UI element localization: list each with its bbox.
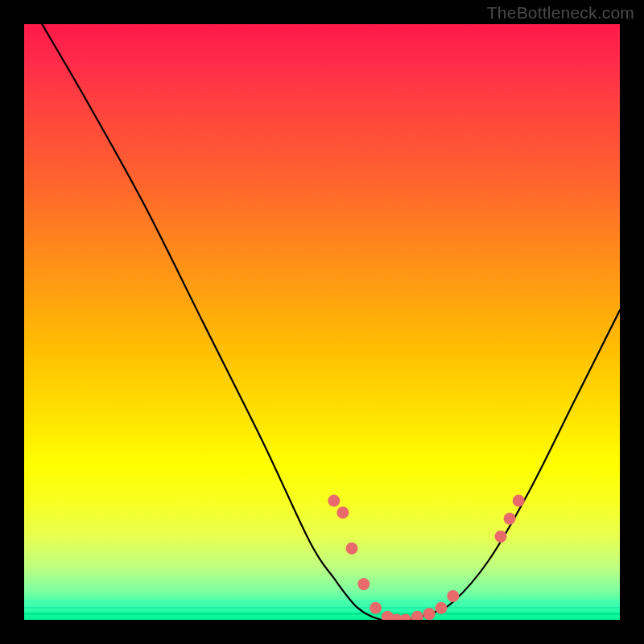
highlight-dot (513, 495, 525, 507)
curve-svg (24, 24, 620, 620)
watermark-text: TheBottleneck.com (487, 3, 634, 23)
bottleneck-curve (42, 24, 620, 620)
highlight-dot (399, 614, 411, 621)
highlight-dot (346, 543, 358, 555)
highlight-dot (328, 495, 340, 507)
chart-frame: TheBottleneck.com (0, 0, 644, 644)
highlight-dot (423, 608, 436, 620)
highlight-dot (436, 602, 448, 614)
highlight-dot (369, 602, 382, 614)
highlight-dot (411, 611, 423, 620)
highlight-dot (495, 530, 507, 543)
highlight-dot (336, 506, 349, 518)
plot-area (24, 24, 620, 620)
highlight-dots (328, 495, 524, 621)
highlight-dot (504, 513, 516, 525)
highlight-dot (357, 578, 369, 590)
highlight-dot (447, 590, 459, 602)
